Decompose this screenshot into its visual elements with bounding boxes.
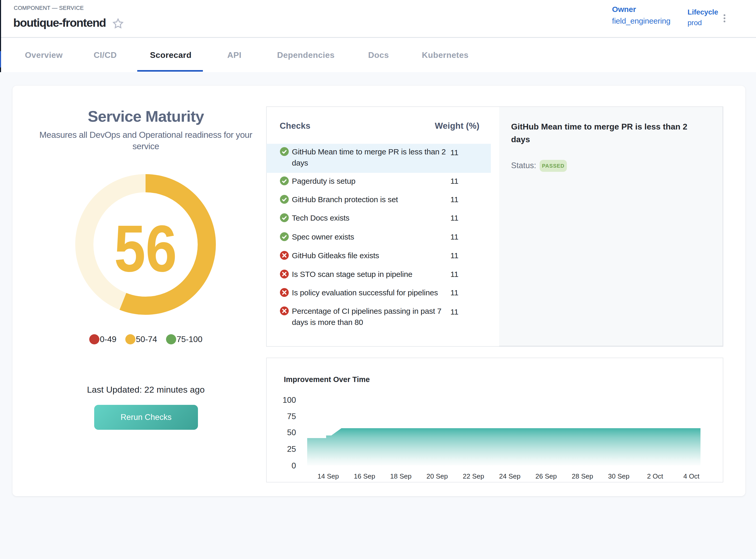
- svg-text:56: 56: [114, 212, 177, 286]
